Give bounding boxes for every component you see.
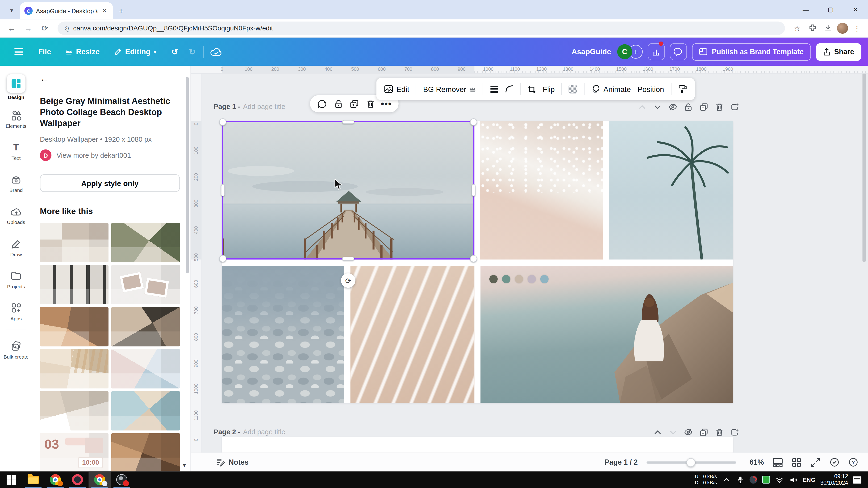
sidebar-item-apps[interactable]: Apps [0, 295, 31, 327]
sidebar-item-elements[interactable]: Elements [0, 103, 31, 135]
palette-color-dot[interactable] [489, 275, 498, 283]
delete-page-icon[interactable] [715, 102, 723, 111]
file-menu-button[interactable]: File [31, 43, 58, 61]
bookmark-star-icon[interactable]: ☆ [790, 22, 804, 35]
duplicate-element-icon[interactable] [350, 99, 359, 108]
template-thumbnail-brown[interactable] [111, 433, 180, 471]
copy-style-button[interactable] [678, 85, 687, 94]
redo-button[interactable]: ↻ [189, 47, 196, 57]
template-thumbnail-scatter[interactable] [111, 265, 180, 304]
resize-handle-bottom[interactable] [342, 257, 354, 261]
photo-pebbles[interactable] [222, 266, 344, 403]
resize-handle-right[interactable] [472, 184, 475, 197]
publish-brand-template-button[interactable]: Publish as Brand Template [692, 43, 811, 61]
forward-button[interactable]: → [21, 21, 35, 35]
resize-handle-top-right[interactable] [470, 118, 477, 126]
hide-page-icon[interactable] [684, 428, 692, 436]
window-maximize-button[interactable]: ▢ [818, 0, 843, 19]
sidebar-item-draw[interactable]: Draw [0, 231, 31, 263]
resize-handle-bottom-left[interactable] [219, 255, 226, 262]
page2-title-placeholder[interactable]: Add page title [243, 428, 285, 436]
share-button[interactable]: Share [816, 43, 861, 61]
wifi-icon[interactable] [775, 475, 784, 484]
comments-button[interactable] [670, 43, 687, 60]
move-page-down-icon[interactable] [653, 102, 661, 111]
animate-button[interactable]: Animate [591, 85, 631, 94]
taskbar-clock[interactable]: 09:12 30/10/2024 [820, 473, 848, 487]
hide-page-icon[interactable] [669, 102, 677, 111]
file-explorer-button[interactable] [22, 471, 44, 488]
window-minimize-button[interactable]: — [793, 0, 818, 19]
site-settings-icon[interactable]: ⊙͇ [64, 25, 69, 32]
page1-title-placeholder[interactable]: Add page title [243, 103, 285, 111]
new-tab-button[interactable]: + [118, 6, 124, 16]
move-page-up-icon[interactable] [638, 102, 646, 111]
start-button[interactable] [0, 471, 22, 488]
add-page-icon[interactable] [731, 102, 739, 111]
back-button[interactable]: ← [4, 21, 19, 35]
browser-tab[interactable]: C AsapGuide - Desktop Wallpape ✕ [20, 2, 113, 19]
crop-button[interactable] [528, 85, 536, 93]
undo-button[interactable]: ↺ [171, 47, 178, 57]
photo-woman-on-cliff[interactable] [480, 266, 733, 403]
speedtest-tray-icon[interactable] [750, 476, 757, 484]
duplicate-page-icon[interactable] [700, 428, 708, 436]
saved-check-icon[interactable] [829, 457, 839, 467]
sidebar-item-projects[interactable]: Projects [0, 263, 31, 295]
url-bar[interactable]: ⊙͇ canva.com/design/DAGUQp__8G0/QFjcMiH5… [58, 22, 785, 35]
browser-profile-avatar[interactable] [837, 23, 848, 34]
photo-shore-wave[interactable] [480, 121, 603, 260]
fullscreen-icon[interactable] [810, 457, 820, 467]
palette-color-dot[interactable] [540, 275, 549, 283]
template-thumbnail-olive[interactable] [111, 223, 180, 263]
resize-handle-bottom-right[interactable] [470, 255, 477, 262]
corner-rounding-button[interactable] [505, 85, 514, 93]
panel-scroll-down-icon[interactable]: ▼ [182, 462, 187, 468]
sidebar-item-bulk-create[interactable]: Bulk create [0, 333, 31, 366]
panel-scrollbar[interactable] [186, 77, 189, 273]
green-app-tray-icon[interactable] [762, 476, 770, 484]
sidebar-item-uploads[interactable]: Uploads [0, 199, 31, 231]
chrome-profile1-button[interactable] [44, 471, 66, 488]
help-icon[interactable]: ? [848, 457, 858, 467]
position-button[interactable]: Position [638, 85, 664, 93]
delete-page-icon[interactable] [715, 428, 723, 436]
move-page-down-icon[interactable] [669, 428, 677, 436]
tab-close-icon[interactable]: ✕ [100, 7, 108, 14]
sidebar-item-design[interactable]: Design [0, 71, 31, 103]
resize-handle-left[interactable] [221, 184, 224, 197]
template-thumbnail-bluepink[interactable] [111, 349, 180, 389]
volume-icon[interactable] [789, 475, 798, 484]
extensions-puzzle-icon[interactable] [806, 22, 819, 35]
template-thumbnail-beige[interactable] [40, 223, 108, 263]
workspace-name[interactable]: AsapGuide [572, 47, 611, 56]
zoom-slider-thumb[interactable] [686, 458, 695, 467]
template-thumbnail-sunset[interactable] [40, 307, 108, 347]
edit-image-button[interactable]: Edit [384, 85, 409, 93]
tray-expand-chevron-icon[interactable] [722, 475, 731, 484]
template-thumbnail-darkgrid[interactable] [40, 265, 108, 304]
main-menu-hamburger-icon[interactable] [7, 48, 31, 55]
add-page-icon[interactable] [731, 428, 739, 436]
chrome-profile2-button-active[interactable] [89, 471, 111, 488]
transparency-button[interactable] [568, 85, 578, 94]
window-close-button[interactable]: ✕ [843, 0, 868, 19]
photo-palm-tree[interactable] [609, 121, 733, 260]
sidebar-item-brand[interactable]: Brand [0, 167, 31, 199]
browser-menu-icon[interactable]: ⋮ [850, 22, 864, 35]
zoom-slider[interactable] [647, 461, 736, 463]
canvas-viewport[interactable]: 0100200300400500600700800900100011000 Pa… [191, 73, 868, 453]
more-options-icon[interactable]: ••• [382, 99, 391, 108]
template-thumbnail-beachdark[interactable] [111, 307, 180, 347]
recorder-app-button[interactable] [66, 471, 89, 488]
photo-sand-ripples[interactable] [350, 266, 474, 403]
tab-search-chevron-icon[interactable]: ▾ [4, 3, 19, 17]
palette-color-dot[interactable] [502, 275, 510, 283]
template-thumbnail-calendar[interactable]: 0310:00 [40, 433, 108, 471]
palette-color-dot[interactable] [528, 275, 536, 283]
author-row[interactable]: D View more by dekart001 [40, 150, 183, 161]
rotate-handle[interactable]: ⟳ [341, 273, 355, 288]
pages-view-icon[interactable] [773, 457, 783, 467]
template-thumbnail-sandpalm[interactable] [111, 391, 180, 431]
user-avatar[interactable]: C [617, 44, 632, 59]
